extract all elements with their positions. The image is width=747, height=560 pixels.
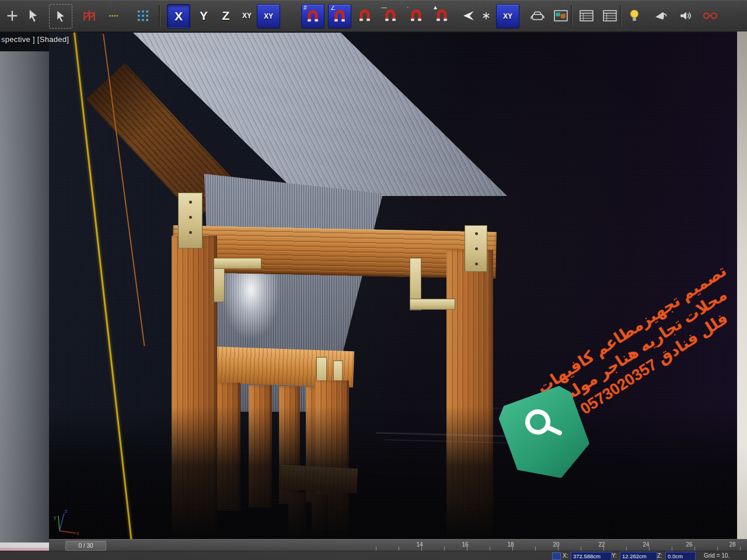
scaffold-icon[interactable]: [78, 4, 100, 27]
left-bezel-panel: [0, 51, 50, 542]
y-coord-field[interactable]: 12.262cm: [620, 552, 657, 560]
z-coord-label: Z:: [657, 552, 662, 559]
marker-dashes-icon[interactable]: ▪▪▪▪: [103, 4, 125, 27]
z-constraint-label: Z: [222, 9, 230, 23]
screen: ▪▪▪▪ X Y Z XY XY # ∠ — · ▲ XY: [0, 0, 747, 560]
timeline-track[interactable]: 0 / 30 14 16 18 20 22 24 26 28: [49, 539, 747, 551]
listener-row: [0, 542, 49, 548]
render-window-icon[interactable]: [550, 4, 572, 27]
status-bar: X: 372.588cm Y: 12.262cm Z: 0.0cm Grid =…: [0, 551, 747, 560]
xy-snap-label: XY: [264, 12, 273, 20]
corner-bracket: [178, 192, 203, 249]
timeline-tick: 20: [550, 541, 563, 548]
transform-typein-icon[interactable]: [552, 552, 561, 560]
plus-icon[interactable]: [1, 4, 23, 27]
grid-size-label: Grid = 10.: [704, 552, 729, 559]
y-coord-label: Y:: [612, 552, 617, 559]
gizmo-x-label: x: [76, 530, 79, 536]
timeline-tick: 26: [683, 541, 696, 548]
corner-bracket: [465, 225, 487, 272]
bulb-icon[interactable]: [623, 4, 645, 27]
timeline-tick: 22: [595, 541, 608, 548]
viewport-axis-gizmo: x y z: [53, 506, 81, 539]
speaker-icon[interactable]: [675, 4, 697, 27]
x-coord-field[interactable]: 372.588cm: [571, 552, 612, 560]
timeline-tick: 28: [726, 541, 739, 548]
select-region-cursor-icon[interactable]: [49, 4, 72, 29]
toolbar-separator: [571, 5, 573, 26]
corner-bracket: [214, 258, 261, 269]
floor-shadow: [49, 406, 738, 539]
timeline-tick: 14: [413, 541, 426, 548]
dialog-list-icon[interactable]: [599, 4, 621, 27]
y-constraint-label: Y: [200, 9, 208, 23]
right-bezel-edge: [737, 32, 747, 548]
timeline-tick: 16: [459, 541, 472, 548]
angle-snap-icon[interactable]: ∠: [328, 4, 351, 29]
snap-toggle-icon[interactable]: #: [301, 4, 324, 29]
x-constraint-button[interactable]: X: [167, 4, 190, 29]
xy-snap2-label: XY: [503, 12, 512, 20]
xy-snap-button[interactable]: XY: [257, 4, 280, 29]
snap-point-icon[interactable]: ·: [405, 4, 427, 27]
viewport-label[interactable]: spective ] [Shaded]: [1, 35, 69, 44]
glasses-icon[interactable]: [699, 4, 721, 27]
xy-plane-button[interactable]: XY: [236, 4, 258, 27]
z-constraint-button[interactable]: Z: [215, 4, 237, 27]
snap-dots-icon[interactable]: [132, 4, 154, 27]
perspective-viewport[interactable]: x y z تصميم تجهيزمطاعم كافيهات محلات تجا…: [49, 33, 738, 539]
snap-line-icon[interactable]: —: [379, 4, 402, 27]
x-coord-label: X:: [563, 552, 568, 559]
dialog-grid-icon[interactable]: [575, 4, 598, 27]
teapot-icon[interactable]: [526, 4, 549, 27]
mirror-arrow-icon[interactable]: [458, 4, 480, 27]
x-constraint-label: X: [174, 9, 183, 23]
corner-bracket: [410, 299, 455, 310]
y-constraint-button[interactable]: Y: [193, 4, 215, 27]
xy-plane-label: XY: [242, 12, 252, 20]
select-cursor-icon[interactable]: [22, 4, 44, 27]
toolbar-separator: [159, 5, 160, 26]
time-slider[interactable]: 0 / 30: [65, 541, 106, 551]
asterisk-icon[interactable]: [477, 4, 495, 27]
timeline-tick: 18: [504, 541, 517, 548]
percent-snap-icon[interactable]: [354, 4, 376, 27]
main-toolbar: ▪▪▪▪ X Y Z XY XY # ∠ — · ▲ XY: [0, 0, 747, 32]
gizmo-z-label: z: [65, 508, 68, 514]
horn-icon[interactable]: [650, 4, 672, 27]
z-coord-field[interactable]: 0.0cm: [665, 552, 696, 560]
toolbar-separator: [620, 5, 622, 26]
gizmo-y-label: y: [54, 514, 57, 520]
snap-tri-icon[interactable]: ▲: [431, 4, 453, 27]
magnifier-icon: [518, 401, 566, 449]
xy-snap2-button[interactable]: XY: [496, 4, 519, 29]
timeline-tick: 24: [640, 541, 652, 548]
